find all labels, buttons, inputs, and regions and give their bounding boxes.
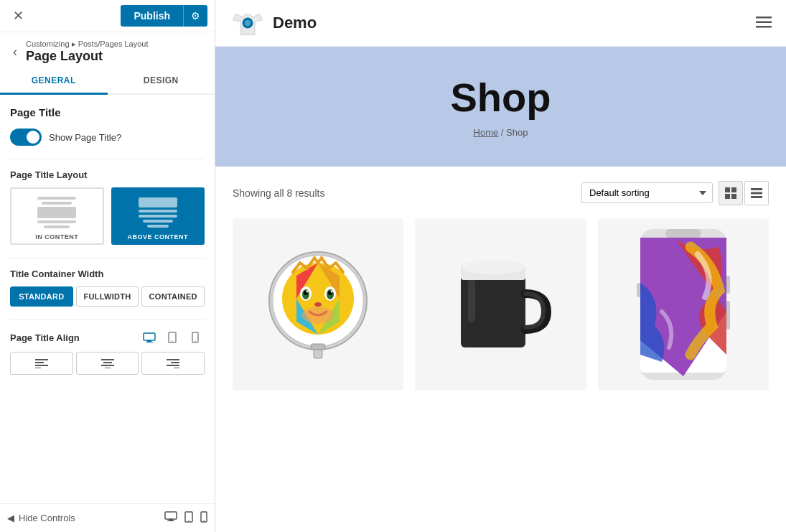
toggle-label: Show Page Title? — [49, 132, 121, 143]
bottom-bar: ◀ Hide Controls — [0, 503, 215, 532]
svg-rect-31 — [725, 187, 730, 192]
align-header: Page Title Align — [10, 330, 205, 345]
tabs-container: GENERAL DESIGN — [0, 68, 215, 95]
sort-area: Default sorting Sort by popularity Sort … — [581, 181, 769, 205]
device-mobile-icon[interactable] — [186, 330, 205, 345]
svg-rect-18 — [174, 368, 179, 368]
svg-rect-34 — [731, 194, 736, 199]
toggle-thumb — [27, 131, 39, 144]
align-left-button[interactable] — [10, 352, 73, 375]
svg-point-58 — [461, 260, 525, 274]
bottom-device-icons — [164, 511, 207, 525]
svg-point-25 — [203, 520, 205, 521]
preview-panel: Demo Shop Home / Shop Showing all 8 resu… — [215, 0, 786, 532]
device-desktop-icon[interactable] — [140, 330, 159, 345]
device-tablet-icon[interactable] — [163, 330, 182, 345]
svg-rect-17 — [167, 365, 179, 366]
hamburger-menu-icon[interactable] — [756, 15, 772, 32]
svg-rect-36 — [751, 192, 762, 194]
align-center-button[interactable] — [76, 352, 139, 375]
page-title-heading: Page Title — [10, 106, 205, 118]
hide-controls-button[interactable]: ◀ Hide Controls — [7, 513, 75, 523]
svg-rect-10 — [35, 368, 41, 368]
breadcrumb-home-link[interactable]: Home — [474, 127, 499, 138]
sort-select[interactable]: Default sorting Sort by popularity Sort … — [581, 182, 713, 203]
layout-in-content-icon — [35, 195, 78, 230]
layout-options: IN CONTENT ABOVE CONTENT — [10, 187, 205, 245]
svg-rect-13 — [101, 365, 114, 366]
svg-point-48 — [331, 290, 333, 292]
hero-banner: Shop Home / Shop — [215, 47, 786, 167]
publish-area: Publish ⚙ — [121, 5, 207, 27]
svg-point-4 — [172, 340, 173, 342]
customizer-panel: ✕ Publish ⚙ ‹ Customizing ▸ Posts/Pages … — [0, 0, 215, 532]
product-card-1[interactable] — [233, 218, 403, 391]
shop-content: Showing all 8 results Default sorting So… — [215, 167, 786, 532]
layout-in-content[interactable]: IN CONTENT — [10, 187, 104, 245]
publish-settings-button[interactable]: ⚙ — [183, 5, 207, 27]
top-bar: ✕ Publish ⚙ — [0, 0, 215, 32]
product-1-image — [233, 218, 403, 391]
site-logo: Demo — [230, 5, 317, 41]
svg-rect-16 — [171, 362, 179, 363]
svg-rect-54 — [314, 350, 322, 358]
breadcrumb-title: Page Layout — [26, 49, 148, 64]
svg-rect-19 — [165, 512, 177, 519]
svg-point-50 — [302, 307, 334, 324]
width-contained[interactable]: CONTAINED — [141, 286, 205, 307]
list-view-button[interactable] — [744, 181, 769, 205]
product-3-image — [598, 218, 769, 391]
tab-design[interactable]: DESIGN — [108, 68, 215, 95]
bottom-mobile-icon[interactable] — [200, 511, 207, 525]
svg-rect-11 — [101, 359, 114, 360]
svg-rect-7 — [35, 359, 48, 360]
width-standard[interactable]: STANDARD — [10, 286, 73, 307]
svg-rect-53 — [311, 344, 325, 350]
publish-button[interactable]: Publish — [121, 5, 183, 27]
toggle-track — [10, 129, 42, 146]
width-fullwidth[interactable]: FULLWIDTH — [76, 286, 139, 307]
svg-rect-37 — [751, 196, 762, 198]
layout-above-content[interactable]: ABOVE CONTENT — [111, 187, 205, 245]
svg-rect-29 — [756, 21, 772, 23]
svg-rect-33 — [725, 194, 730, 199]
show-page-title-toggle[interactable] — [10, 129, 42, 146]
site-name: Demo — [273, 14, 317, 32]
view-icons — [719, 181, 769, 205]
align-right-button[interactable] — [141, 352, 205, 375]
close-button[interactable]: ✕ — [7, 5, 29, 27]
page-title-layout-heading: Page Title Layout — [10, 169, 205, 180]
svg-point-44 — [307, 290, 309, 292]
svg-rect-0 — [144, 333, 155, 340]
svg-rect-21 — [167, 521, 174, 521]
breadcrumb-separator: / — [501, 127, 506, 138]
container-width-heading: Title Container Width — [10, 269, 205, 279]
svg-point-27 — [245, 20, 251, 26]
breadcrumb-current: Shop — [506, 127, 528, 138]
hide-controls-label: Hide Controls — [19, 513, 75, 523]
bottom-tablet-icon[interactable] — [184, 511, 193, 525]
breadcrumb-area: ‹ Customizing ▸ Posts/Pages Layout Page … — [0, 32, 215, 68]
svg-rect-1 — [147, 340, 151, 342]
svg-rect-63 — [726, 276, 730, 294]
product-card-3[interactable] — [598, 218, 769, 391]
svg-rect-35 — [751, 188, 762, 190]
show-page-title-row: Show Page Title? — [10, 129, 205, 146]
svg-rect-20 — [169, 519, 173, 521]
tab-general[interactable]: GENERAL — [0, 68, 108, 95]
bottom-desktop-icon[interactable] — [164, 511, 177, 525]
product-grid — [233, 218, 769, 391]
back-button[interactable]: ‹ — [10, 43, 20, 61]
width-buttons: STANDARD FULLWIDTH CONTAINED — [10, 286, 205, 307]
panel-content: Page Title Show Page Title? Page Title L… — [0, 95, 215, 503]
layout-in-content-label: IN CONTENT — [16, 233, 98, 241]
grid-view-button[interactable] — [719, 181, 743, 205]
layout-above-content-label: ABOVE CONTENT — [117, 233, 200, 241]
svg-rect-64 — [726, 301, 730, 330]
svg-rect-30 — [756, 26, 772, 28]
product-2-image — [415, 218, 586, 391]
product-card-2[interactable] — [415, 218, 586, 391]
svg-rect-8 — [35, 362, 44, 363]
hero-title: Shop — [230, 75, 772, 120]
hide-controls-icon: ◀ — [7, 513, 14, 523]
